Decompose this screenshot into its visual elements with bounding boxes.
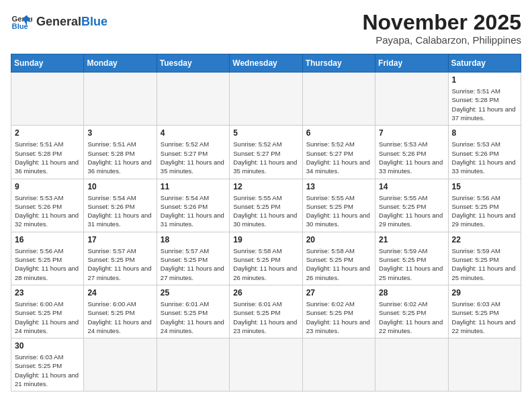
table-row (230, 338, 302, 392)
col-friday: Friday (375, 54, 448, 73)
table-row (375, 73, 448, 126)
day-number: 2 (15, 128, 80, 138)
day-info: Sunrise: 5:54 AMSunset: 5:26 PMDaylight:… (161, 193, 226, 229)
table-row (11, 73, 84, 126)
table-row: 4 Sunrise: 5:52 AMSunset: 5:27 PMDayligh… (157, 126, 229, 179)
table-row: 6 Sunrise: 5:52 AMSunset: 5:27 PMDayligh… (302, 126, 375, 179)
day-info: Sunrise: 5:52 AMSunset: 5:27 PMDaylight:… (233, 140, 298, 175)
table-row: 3 Sunrise: 5:51 AMSunset: 5:28 PMDayligh… (84, 126, 157, 179)
day-info: Sunrise: 6:01 AMSunset: 5:25 PMDaylight:… (233, 300, 298, 335)
day-number: 20 (306, 235, 371, 244)
table-row: 30 Sunrise: 6:03 AMSunset: 5:25 PMDaylig… (11, 338, 84, 392)
table-row: 18 Sunrise: 5:57 AMSunset: 5:25 PMDaylig… (157, 232, 229, 285)
table-row: 10 Sunrise: 5:54 AMSunset: 5:26 PMDaylig… (84, 179, 157, 232)
day-info: Sunrise: 5:59 AMSunset: 5:25 PMDaylight:… (452, 246, 517, 282)
table-row: 24 Sunrise: 6:00 AMSunset: 5:25 PMDaylig… (84, 285, 157, 338)
day-number: 27 (306, 288, 371, 298)
title-area: November 2025 Payapa, Calabarzon, Philip… (362, 11, 521, 46)
table-row: 2 Sunrise: 5:51 AMSunset: 5:28 PMDayligh… (11, 126, 84, 179)
logo-icon: General Blue (11, 11, 32, 32)
day-number: 8 (452, 128, 517, 138)
day-info: Sunrise: 5:58 AMSunset: 5:25 PMDaylight:… (233, 246, 298, 282)
table-row: 14 Sunrise: 5:55 AMSunset: 5:25 PMDaylig… (375, 179, 448, 232)
table-row (157, 338, 229, 392)
day-info: Sunrise: 5:54 AMSunset: 5:26 PMDaylight:… (87, 193, 152, 229)
day-number: 16 (15, 235, 80, 244)
day-number: 9 (15, 182, 80, 191)
day-number: 25 (161, 288, 226, 298)
day-number: 14 (379, 182, 444, 191)
day-info: Sunrise: 6:00 AMSunset: 5:25 PMDaylight:… (87, 300, 152, 335)
day-number: 17 (87, 235, 152, 244)
day-info: Sunrise: 5:52 AMSunset: 5:27 PMDaylight:… (306, 140, 371, 175)
logo: General Blue GeneralBlue (11, 11, 107, 32)
day-info: Sunrise: 5:53 AMSunset: 5:26 PMDaylight:… (452, 140, 517, 175)
day-number: 13 (306, 182, 371, 191)
day-number: 26 (233, 288, 298, 298)
table-row (230, 73, 302, 126)
table-row: 25 Sunrise: 6:01 AMSunset: 5:25 PMDaylig… (157, 285, 229, 338)
calendar-header-row: Sunday Monday Tuesday Wednesday Thursday… (11, 54, 521, 73)
day-info: Sunrise: 5:51 AMSunset: 5:28 PMDaylight:… (452, 87, 517, 122)
calendar-table: Sunday Monday Tuesday Wednesday Thursday… (11, 54, 521, 392)
table-row: 8 Sunrise: 5:53 AMSunset: 5:26 PMDayligh… (448, 126, 521, 179)
day-number: 1 (452, 75, 517, 85)
table-row: 11 Sunrise: 5:54 AMSunset: 5:26 PMDaylig… (157, 179, 229, 232)
day-number: 12 (233, 182, 298, 191)
table-row: 21 Sunrise: 5:59 AMSunset: 5:25 PMDaylig… (375, 232, 448, 285)
table-row: 20 Sunrise: 5:58 AMSunset: 5:25 PMDaylig… (302, 232, 375, 285)
svg-text:General: General (12, 15, 32, 23)
day-info: Sunrise: 5:52 AMSunset: 5:27 PMDaylight:… (161, 140, 226, 175)
day-info: Sunrise: 5:53 AMSunset: 5:26 PMDaylight:… (15, 193, 80, 229)
table-row: 12 Sunrise: 5:55 AMSunset: 5:25 PMDaylig… (230, 179, 302, 232)
day-number: 4 (161, 128, 226, 138)
day-info: Sunrise: 6:02 AMSunset: 5:25 PMDaylight:… (306, 300, 371, 335)
table-row: 17 Sunrise: 5:57 AMSunset: 5:25 PMDaylig… (84, 232, 157, 285)
day-info: Sunrise: 5:51 AMSunset: 5:28 PMDaylight:… (87, 140, 152, 175)
day-info: Sunrise: 6:03 AMSunset: 5:25 PMDaylight:… (15, 353, 80, 388)
table-row: 1 Sunrise: 5:51 AMSunset: 5:28 PMDayligh… (448, 73, 521, 126)
table-row (84, 73, 157, 126)
day-info: Sunrise: 5:57 AMSunset: 5:25 PMDaylight:… (161, 246, 226, 282)
day-number: 29 (452, 288, 517, 298)
col-tuesday: Tuesday (157, 54, 229, 73)
table-row (375, 338, 448, 392)
day-number: 24 (87, 288, 152, 298)
day-info: Sunrise: 5:51 AMSunset: 5:28 PMDaylight:… (15, 140, 80, 175)
day-info: Sunrise: 5:55 AMSunset: 5:25 PMDaylight:… (306, 193, 371, 229)
day-number: 21 (379, 235, 444, 244)
day-info: Sunrise: 5:58 AMSunset: 5:25 PMDaylight:… (306, 246, 371, 282)
day-number: 5 (233, 128, 298, 138)
day-info: Sunrise: 5:59 AMSunset: 5:25 PMDaylight:… (379, 246, 444, 282)
day-number: 18 (161, 235, 226, 244)
day-number: 10 (87, 182, 152, 191)
day-info: Sunrise: 5:55 AMSunset: 5:25 PMDaylight:… (379, 193, 444, 229)
day-info: Sunrise: 6:01 AMSunset: 5:25 PMDaylight:… (161, 300, 226, 335)
day-info: Sunrise: 5:56 AMSunset: 5:25 PMDaylight:… (15, 246, 80, 282)
col-sunday: Sunday (11, 54, 84, 73)
col-monday: Monday (84, 54, 157, 73)
location-title: Payapa, Calabarzon, Philippines (362, 34, 521, 46)
day-number: 3 (87, 128, 152, 138)
day-number: 22 (452, 235, 517, 244)
table-row (302, 338, 375, 392)
table-row: 27 Sunrise: 6:02 AMSunset: 5:25 PMDaylig… (302, 285, 375, 338)
table-row: 22 Sunrise: 5:59 AMSunset: 5:25 PMDaylig… (448, 232, 521, 285)
day-number: 28 (379, 288, 444, 298)
logo-text: GeneralBlue (36, 15, 107, 28)
table-row: 15 Sunrise: 5:56 AMSunset: 5:25 PMDaylig… (448, 179, 521, 232)
table-row: 13 Sunrise: 5:55 AMSunset: 5:25 PMDaylig… (302, 179, 375, 232)
day-info: Sunrise: 5:53 AMSunset: 5:26 PMDaylight:… (379, 140, 444, 175)
day-number: 7 (379, 128, 444, 138)
month-title: November 2025 (362, 11, 521, 34)
table-row: 26 Sunrise: 6:01 AMSunset: 5:25 PMDaylig… (230, 285, 302, 338)
table-row: 9 Sunrise: 5:53 AMSunset: 5:26 PMDayligh… (11, 179, 84, 232)
day-number: 15 (452, 182, 517, 191)
col-saturday: Saturday (448, 54, 521, 73)
table-row: 16 Sunrise: 5:56 AMSunset: 5:25 PMDaylig… (11, 232, 84, 285)
table-row (302, 73, 375, 126)
day-info: Sunrise: 6:03 AMSunset: 5:25 PMDaylight:… (452, 300, 517, 335)
day-info: Sunrise: 5:55 AMSunset: 5:25 PMDaylight:… (233, 193, 298, 229)
day-info: Sunrise: 6:00 AMSunset: 5:25 PMDaylight:… (15, 300, 80, 335)
table-row: 23 Sunrise: 6:00 AMSunset: 5:25 PMDaylig… (11, 285, 84, 338)
